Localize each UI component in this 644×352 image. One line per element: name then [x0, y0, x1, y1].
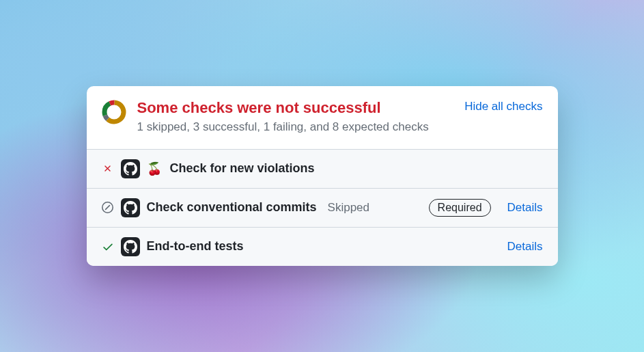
donut-chart-icon — [102, 100, 126, 124]
check-status-text: Skipped — [328, 201, 369, 215]
hide-all-checks-link[interactable]: Hide all checks — [464, 100, 542, 113]
checks-subtitle: 1 skipped, 3 successful, 1 failing, and … — [137, 119, 454, 135]
checks-title: Some checks were not successful — [137, 98, 454, 118]
check-name: Check for new violations — [170, 161, 315, 176]
check-row: End-to-end tests Details — [87, 227, 558, 266]
check-row: Check conventional commits Skipped Requi… — [87, 188, 558, 227]
success-icon — [102, 241, 114, 253]
github-icon — [121, 237, 140, 256]
header-text-block: Some checks were not successful 1 skippe… — [137, 98, 454, 135]
fail-icon — [102, 163, 114, 174]
check-name: Check conventional commits — [147, 200, 317, 215]
check-name: End-to-end tests — [147, 239, 244, 254]
details-link[interactable]: Details — [507, 201, 543, 215]
cherry-emoji: 🍒 — [147, 161, 162, 176]
skipped-icon — [102, 202, 114, 213]
checks-card: Some checks were not successful 1 skippe… — [87, 86, 558, 265]
checks-header: Some checks were not successful 1 skippe… — [87, 86, 558, 148]
details-link[interactable]: Details — [507, 240, 543, 254]
github-icon — [121, 159, 140, 178]
github-icon — [121, 198, 140, 217]
check-row: 🍒 Check for new violations — [87, 149, 558, 188]
required-badge: Required — [429, 199, 491, 217]
